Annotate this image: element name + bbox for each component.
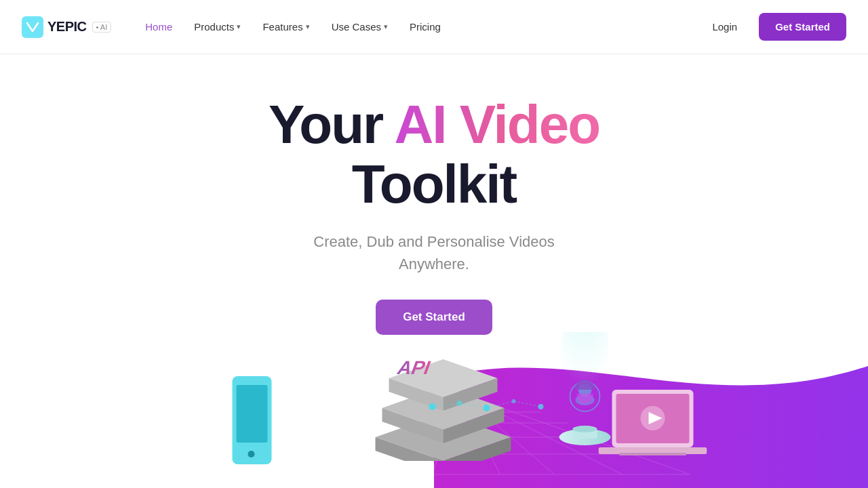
nav-links: Home Products ▾ Features ▾ Use Cases ▾ P… <box>136 16 450 38</box>
connecting-dots <box>419 393 555 420</box>
logo-text: YEPIC <box>47 19 87 35</box>
login-button[interactable]: Login <box>701 16 748 38</box>
get-started-nav-button[interactable]: Get Started <box>759 13 846 41</box>
phone-illustration <box>226 373 280 468</box>
nav-use-cases[interactable]: Use Cases ▾ <box>322 16 397 38</box>
svg-point-16 <box>248 451 255 458</box>
svg-line-45 <box>433 403 460 407</box>
hero-section: Your AI Video Toolkit Create, Dub and Pe… <box>0 54 868 488</box>
svg-line-48 <box>514 401 541 407</box>
hero-illustration: API <box>205 271 714 488</box>
nav-home[interactable]: Home <box>136 16 182 38</box>
hero-title-toolkit: Toolkit <box>352 154 516 214</box>
logo-ai-badge: • AI <box>92 22 112 33</box>
hero-title-plain: Your <box>269 94 395 155</box>
svg-line-47 <box>487 401 514 408</box>
svg-rect-39 <box>619 453 687 455</box>
navbar-left: YEPIC • AI Home Products ▾ Features ▾ Us… <box>22 16 450 38</box>
navbar-right: Login Get Started <box>701 13 846 41</box>
logo[interactable]: YEPIC • AI <box>22 16 111 38</box>
nav-pricing[interactable]: Pricing <box>400 16 450 38</box>
hero-title: Your AI Video Toolkit <box>269 95 599 214</box>
svg-point-33 <box>573 426 597 432</box>
svg-rect-15 <box>237 385 268 443</box>
navbar: YEPIC • AI Home Products ▾ Features ▾ Us… <box>0 0 868 54</box>
svg-line-46 <box>460 403 487 408</box>
nav-products[interactable]: Products ▾ <box>184 16 250 38</box>
laptop-illustration <box>599 386 707 474</box>
hero-subtitle: Create, Dub and Personalise VideosAnywhe… <box>313 230 554 275</box>
svg-rect-0 <box>22 16 43 38</box>
logo-icon <box>22 16 43 38</box>
features-chevron-icon: ▾ <box>306 22 310 31</box>
nav-features[interactable]: Features ▾ <box>253 16 319 38</box>
products-chevron-icon: ▾ <box>237 22 241 31</box>
use-cases-chevron-icon: ▾ <box>384 22 388 31</box>
hero-title-highlight: AI Video <box>394 94 599 155</box>
